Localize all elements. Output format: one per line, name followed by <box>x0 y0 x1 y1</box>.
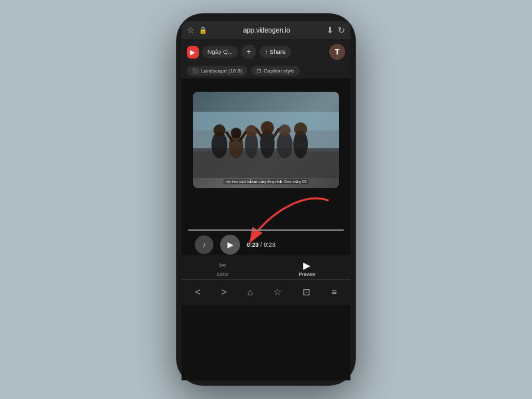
main-content: nây theo cách trả bạn xứng đáng nhất. Ch… <box>182 78 350 380</box>
preview-label: Preview <box>299 272 315 277</box>
bookmark-icon[interactable]: ☆ <box>187 25 195 35</box>
caption-style-icon: ⊡ <box>257 68 261 74</box>
refresh-icon[interactable]: ↻ <box>338 25 345 35</box>
lock-icon: 🔒 <box>199 27 207 34</box>
share-icon: ↑ <box>265 49 268 55</box>
nav-bar: < > ⌂ ☆ ⊡ ≡ <box>182 279 350 305</box>
play-button[interactable]: ▶ <box>220 235 240 255</box>
svg-point-7 <box>245 125 257 137</box>
share-button[interactable]: ↑ Share <box>259 46 291 58</box>
editor-icon: ✂ <box>219 260 227 271</box>
progress-fill <box>188 229 344 231</box>
play-icon: ▶ <box>227 240 233 249</box>
back-button[interactable]: < <box>191 285 204 299</box>
tab-editor[interactable]: ✂ Editor <box>217 260 229 277</box>
music-icon: ♪ <box>202 241 206 249</box>
preview-icon: ▶ <box>303 260 311 271</box>
people-silhouettes <box>193 101 339 178</box>
app-toolbar: ▶ Ngày Q... + ↑ Share T <box>182 41 350 63</box>
svg-point-11 <box>279 124 291 136</box>
time-current: 0:23 <box>247 241 259 248</box>
svg-point-13 <box>294 122 307 136</box>
logo-button[interactable]: ▶ <box>187 46 199 59</box>
music-button[interactable]: ♪ <box>195 235 213 254</box>
download-icon[interactable]: ⬇ <box>327 25 334 35</box>
browser-bar: ☆ 🔒 app.videogen.io ⬇ ↻ <box>182 21 350 39</box>
editor-label: Editor <box>217 272 229 277</box>
sub-toolbar: ⬛ Landscape (16:9) ⊡ Caption style <box>182 63 350 78</box>
time-display: 0:23 / 0:23 <box>247 241 275 248</box>
menu-button[interactable]: ≡ <box>327 285 340 299</box>
time-separator: / <box>259 241 264 248</box>
landscape-label: Landscape (16:9) <box>201 68 242 74</box>
bookmarks-button[interactable]: ☆ <box>269 285 286 299</box>
svg-point-5 <box>231 128 241 138</box>
add-button[interactable]: + <box>241 45 256 59</box>
landscape-icon: ⬛ <box>192 68 199 74</box>
video-caption-text: nây theo cách trả bạn xứng đáng nhất. Ch… <box>223 179 309 184</box>
caption-style-button[interactable]: ⊡ Caption style <box>251 66 299 76</box>
avatar[interactable]: T <box>329 44 345 60</box>
svg-point-9 <box>261 121 274 134</box>
caption-style-label: Caption style <box>263 68 294 74</box>
phone-frame: ☆ 🔒 app.videogen.io ⬇ ↻ ▶ Ngày Q... + ↑ … <box>176 13 356 386</box>
video-thumbnail: nây theo cách trả bạn xứng đáng nhất. Ch… <box>193 92 339 188</box>
progress-bar[interactable] <box>188 229 344 231</box>
tabs-button[interactable]: ⊡ <box>299 285 315 299</box>
tab-preview[interactable]: ▶ Preview <box>299 260 315 277</box>
svg-point-3 <box>213 124 225 136</box>
nav-label-button[interactable]: Ngày Q... <box>202 46 238 58</box>
home-button[interactable]: ⌂ <box>243 285 257 299</box>
landscape-button[interactable]: ⬛ Landscape (16:9) <box>187 66 247 76</box>
share-label: Share <box>270 49 286 55</box>
time-total: 0:23 <box>264 241 276 248</box>
bottom-tabs: ✂ Editor ▶ Preview <box>182 255 350 279</box>
video-preview[interactable]: nây theo cách trả bạn xứng đáng nhất. Ch… <box>193 92 339 188</box>
browser-url[interactable]: app.videogen.io <box>211 27 323 34</box>
player-controls: ♪ ▶ 0:23 / 0:23 <box>182 235 350 255</box>
forward-button[interactable]: > <box>217 285 231 299</box>
